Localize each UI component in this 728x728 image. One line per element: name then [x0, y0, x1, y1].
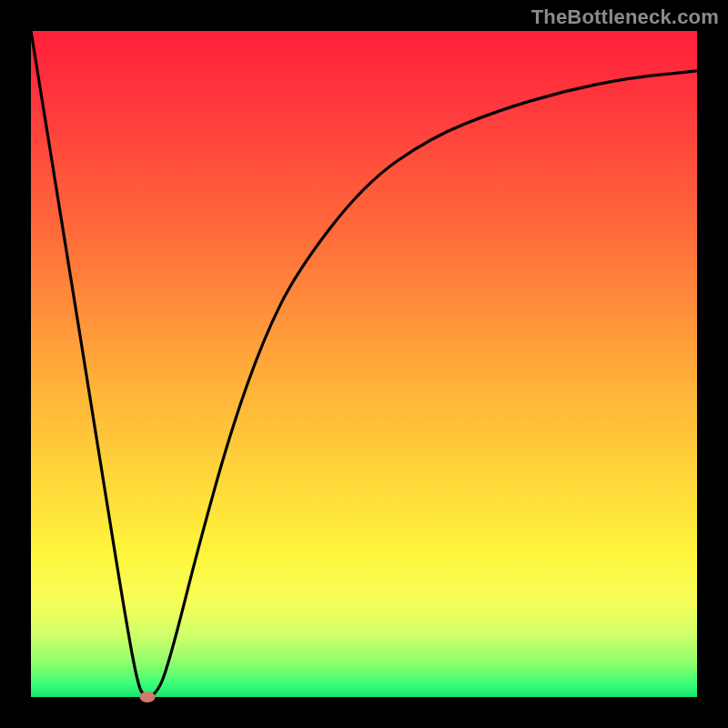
watermark-label: TheBottleneck.com — [531, 5, 719, 29]
chart-frame: TheBottleneck.com — [0, 0, 728, 728]
minimum-marker — [140, 692, 156, 703]
plot-area — [31, 31, 697, 697]
bottleneck-curve — [31, 31, 697, 697]
